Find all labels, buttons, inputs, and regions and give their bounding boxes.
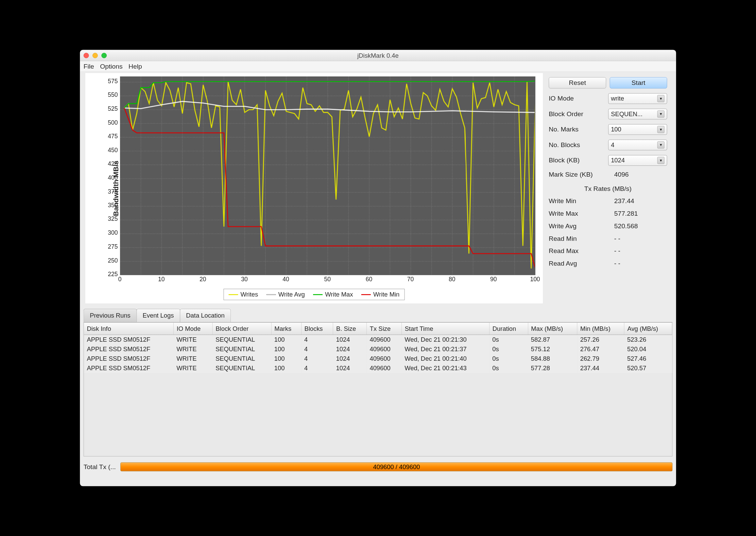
legend-write-max: Write Max	[325, 291, 353, 298]
write-avg-label: Write Avg	[549, 222, 614, 230]
table-row[interactable]: APPLE SSD SM0512FWRITESEQUENTIAL10041024…	[84, 354, 672, 363]
tab-previous-runs[interactable]: Previous Runs	[84, 309, 137, 322]
column-header[interactable]: Min (MB/s)	[577, 323, 624, 335]
chevron-down-icon: ▼	[657, 95, 665, 102]
column-header[interactable]: IO Mode	[173, 323, 212, 335]
legend-write-min: Write Min	[373, 291, 399, 298]
minimize-icon[interactable]	[92, 53, 98, 58]
column-header[interactable]: Tx Size	[367, 323, 402, 335]
read-max-value: - -	[614, 247, 620, 255]
tx-rates-title: Tx Rates (MB/s)	[549, 185, 667, 193]
menu-file[interactable]: File	[84, 62, 94, 70]
chevron-down-icon: ▼	[657, 157, 665, 164]
chart-plot-area	[120, 76, 535, 275]
reset-button[interactable]: Reset	[549, 77, 606, 88]
block-kb-select[interactable]: 1024▼	[608, 155, 667, 166]
menu-help[interactable]: Help	[128, 62, 142, 70]
window-title: jDiskMark 0.4e	[80, 52, 676, 59]
block-order-select[interactable]: SEQUEN...▼	[608, 109, 667, 120]
column-header[interactable]: Blocks	[301, 323, 333, 335]
bandwidth-chart: Bandwidth MB/s 2252502753003253503754004…	[85, 73, 543, 303]
read-min-label: Read Min	[549, 235, 614, 243]
table-row[interactable]: APPLE SSD SM0512FWRITESEQUENTIAL10041024…	[84, 344, 672, 354]
write-max-value: 577.281	[614, 210, 638, 218]
window-controls	[84, 53, 107, 58]
legend-writes: Writes	[240, 291, 258, 298]
read-avg-label: Read Avg	[549, 260, 614, 268]
write-min-label: Write Min	[549, 197, 614, 205]
block-kb-label: Block (KB)	[549, 157, 608, 164]
tab-data-location[interactable]: Data Location	[180, 309, 231, 322]
block-order-label: Block Order	[549, 110, 608, 118]
write-avg-value: 520.568	[614, 222, 638, 230]
read-avg-value: - -	[614, 260, 620, 268]
controls-panel: Reset Start IO Mode write▼ Block Order S…	[543, 73, 671, 303]
column-header[interactable]: Max (MB/s)	[528, 323, 577, 335]
io-mode-label: IO Mode	[549, 95, 608, 103]
no-blocks-select[interactable]: 4▼	[608, 140, 667, 150]
zoom-icon[interactable]	[101, 53, 107, 58]
write-max-label: Write Max	[549, 210, 614, 218]
start-button[interactable]: Start	[610, 77, 667, 88]
no-marks-label: No. Marks	[549, 126, 608, 133]
progress-bar: 409600 / 409600	[121, 462, 673, 471]
runs-table: Disk InfoIO ModeBlock OrderMarksBlocksB.…	[84, 322, 673, 457]
progress-footer: Total Tx (... 409600 / 409600	[84, 462, 673, 471]
mark-size-value: 4096	[614, 171, 629, 178]
chart-legend: Writes Write Avg Write Max Write Min	[224, 289, 405, 300]
menubar: File Options Help	[80, 61, 676, 72]
chevron-down-icon: ▼	[657, 110, 665, 118]
menu-options[interactable]: Options	[100, 62, 122, 70]
mark-size-label: Mark Size (KB)	[549, 171, 614, 178]
column-header[interactable]: B. Size	[333, 323, 367, 335]
column-header[interactable]: Avg (MB/s)	[624, 323, 672, 335]
table-row[interactable]: APPLE SSD SM0512FWRITESEQUENTIAL10041024…	[84, 335, 672, 344]
close-icon[interactable]	[84, 53, 89, 58]
progress-label: Total Tx (...	[84, 463, 116, 471]
y-ticks: 2252502753003253503754004254504755005255…	[102, 76, 119, 274]
column-header[interactable]: Marks	[271, 323, 301, 335]
read-min-value: - -	[614, 235, 620, 243]
no-marks-select[interactable]: 100▼	[608, 124, 667, 135]
legend-write-avg: Write Avg	[278, 291, 305, 298]
chevron-down-icon: ▼	[657, 141, 665, 148]
table-row[interactable]: APPLE SSD SM0512FWRITESEQUENTIAL10041024…	[84, 363, 672, 373]
column-header[interactable]: Start Time	[401, 323, 489, 335]
tabs: Previous Runs Event Logs Data Location	[84, 309, 673, 322]
column-header[interactable]: Duration	[489, 323, 528, 335]
chevron-down-icon: ▼	[657, 126, 665, 133]
titlebar: jDiskMark 0.4e	[80, 50, 676, 61]
column-header[interactable]: Block Order	[212, 323, 271, 335]
app-window: jDiskMark 0.4e File Options Help Bandwid…	[80, 50, 676, 486]
no-blocks-label: No. Blocks	[549, 141, 608, 149]
tab-event-logs[interactable]: Event Logs	[136, 309, 180, 322]
column-header[interactable]: Disk Info	[84, 323, 174, 335]
write-min-value: 237.44	[614, 197, 634, 205]
read-max-label: Read Max	[549, 247, 614, 255]
io-mode-select[interactable]: write▼	[608, 93, 667, 104]
progress-text: 409600 / 409600	[373, 463, 420, 470]
